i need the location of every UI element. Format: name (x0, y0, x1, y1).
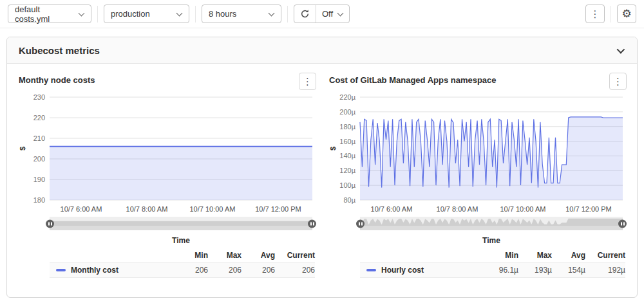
time-axis-label: Time (360, 236, 623, 245)
series-color-swatch (366, 269, 376, 271)
legend-table: Min Max Avg Current Hourly cost 96.1µ 19… (360, 250, 625, 278)
plot-column: Time (50, 217, 312, 245)
svg-text:10/7 6:00 AM: 10/7 6:00 AM (371, 205, 413, 213)
toolbar-divider (287, 6, 288, 23)
panel-kebab-button[interactable]: ⋮ (609, 73, 627, 90)
series-name: Monthly cost (71, 266, 118, 275)
legend-header-min: Min (485, 251, 518, 260)
svg-text:230: 230 (33, 93, 45, 101)
svg-text:10/7 12:00 PM: 10/7 12:00 PM (565, 205, 612, 213)
svg-text:180µ: 180µ (339, 123, 355, 131)
svg-text:210: 210 (33, 134, 45, 142)
series-color-swatch (56, 269, 66, 271)
series-current: 192µ (585, 266, 625, 275)
legend-header-avg: Avg (242, 251, 275, 260)
svg-text:180: 180 (33, 196, 45, 204)
panel-title: Monthy node costs (19, 73, 95, 85)
svg-text:10/7 6:00 AM: 10/7 6:00 AM (61, 205, 102, 213)
refresh-button[interactable] (294, 5, 316, 23)
svg-text:100µ: 100µ (339, 181, 355, 189)
more-actions-button[interactable]: ⋮ (585, 5, 605, 23)
legend-header-avg: Avg (552, 251, 585, 260)
legend-header-current: Current (585, 251, 625, 260)
svg-text:140µ: 140µ (339, 152, 355, 160)
toolbar-divider (611, 6, 611, 23)
kebab-icon: ⋮ (303, 77, 312, 86)
svg-text:80µ: 80µ (343, 196, 355, 204)
panel-title: Cost of GitLab Managed Apps namespace (329, 73, 497, 85)
time-axis-label: Time (50, 236, 312, 245)
slider-minimap (50, 217, 312, 226)
range-slider[interactable] (360, 217, 623, 230)
svg-text:10/7 12:00 PM: 10/7 12:00 PM (255, 205, 301, 213)
chevron-down-icon (176, 10, 183, 16)
panel-monthly-node-costs: Monthy node costs ⋮ 18019020021022023010… (19, 73, 316, 278)
svg-text:10/7 8:00 AM: 10/7 8:00 AM (126, 205, 168, 213)
slider-rail[interactable] (50, 226, 312, 230)
series-avg: 206 (242, 266, 275, 275)
collapse-chevron-icon[interactable] (617, 45, 625, 53)
panels-row: Monthy node costs ⋮ 18019020021022023010… (7, 64, 637, 278)
svg-text:10/7 8:00 AM: 10/7 8:00 AM (437, 205, 478, 213)
auto-refresh-value: Off (322, 9, 333, 19)
environment-select-value: production (111, 9, 150, 19)
panel-managed-apps-cost: Cost of GitLab Managed Apps namespace ⋮ … (329, 73, 627, 278)
settings-button[interactable]: ⚙ (617, 5, 636, 23)
legend-series-row[interactable]: Monthly cost 206 206 206 206 (50, 262, 315, 278)
kubecost-card: Kubecost metrics Monthy node costs ⋮ 180… (6, 37, 638, 298)
series-max: 206 (208, 266, 242, 275)
section-header[interactable]: Kubecost metrics (7, 37, 637, 64)
monthly-cost-chart[interactable]: 18019020021022023010/7 6:00 AM10/7 8:00 … (19, 92, 316, 215)
auto-refresh-select[interactable]: Off (316, 5, 349, 23)
legend-header-min: Min (175, 251, 208, 260)
svg-text:220: 220 (33, 114, 45, 122)
environment-select[interactable]: production (104, 5, 189, 23)
svg-text:190: 190 (33, 176, 45, 183)
legend-header-max: Max (208, 251, 242, 260)
kebab-icon: ⋮ (613, 77, 623, 86)
svg-text:10/7 10:00 AM: 10/7 10:00 AM (500, 205, 545, 213)
legend-table: Min Max Avg Current Monthly cost 206 206… (50, 250, 315, 278)
svg-text:$: $ (329, 147, 337, 150)
slider-handle-left[interactable] (46, 219, 54, 228)
toolbar: default costs.yml production 8 hours Off… (0, 0, 644, 28)
gear-icon: ⚙ (621, 8, 631, 19)
svg-text:120µ: 120µ (339, 167, 355, 174)
panel-head: Monthy node costs ⋮ (19, 73, 316, 92)
svg-text:200: 200 (33, 155, 45, 163)
series-max: 193µ (518, 266, 552, 275)
dashboard-select-value: default costs.yml (15, 5, 74, 24)
legend-header-row: Min Max Avg Current (50, 250, 315, 262)
slider-handle-right[interactable] (618, 219, 627, 228)
series-avg: 154µ (552, 266, 585, 275)
kebab-icon: ⋮ (591, 9, 600, 19)
chevron-down-icon (337, 10, 344, 16)
refresh-icon (300, 9, 310, 19)
legend-header-row: Min Max Avg Current (360, 250, 625, 262)
legend-header-current: Current (275, 251, 315, 260)
chevron-down-icon (79, 10, 85, 16)
hourly-cost-chart[interactable]: 80µ100µ120µ140µ160µ180µ200µ220µ10/7 6:00… (329, 92, 627, 215)
svg-text:10/7 10:00 AM: 10/7 10:00 AM (189, 205, 235, 213)
slider-handle-right[interactable] (308, 219, 316, 228)
series-min: 206 (175, 266, 208, 275)
refresh-group: Off (294, 5, 350, 23)
range-slider[interactable] (50, 217, 312, 230)
time-range-select-value: 8 hours (209, 9, 236, 19)
series-min: 96.1µ (485, 266, 518, 275)
slider-handle-left[interactable] (356, 219, 365, 228)
svg-text:160µ: 160µ (339, 138, 355, 145)
dashboard-select[interactable]: default costs.yml (8, 5, 91, 23)
svg-text:200µ: 200µ (339, 108, 355, 116)
svg-text:220µ: 220µ (339, 93, 355, 101)
time-range-select[interactable]: 8 hours (202, 5, 281, 23)
legend-header-max: Max (518, 251, 552, 260)
panel-kebab-button[interactable]: ⋮ (299, 73, 316, 90)
legend-series-row[interactable]: Hourly cost 96.1µ 193µ 154µ 192µ (360, 262, 625, 278)
slider-minimap (360, 217, 623, 226)
slider-rail[interactable] (360, 226, 623, 230)
series-name: Hourly cost (381, 266, 424, 275)
panel-head: Cost of GitLab Managed Apps namespace ⋮ (329, 73, 627, 92)
series-current: 206 (275, 266, 315, 275)
toolbar-divider (195, 6, 196, 23)
